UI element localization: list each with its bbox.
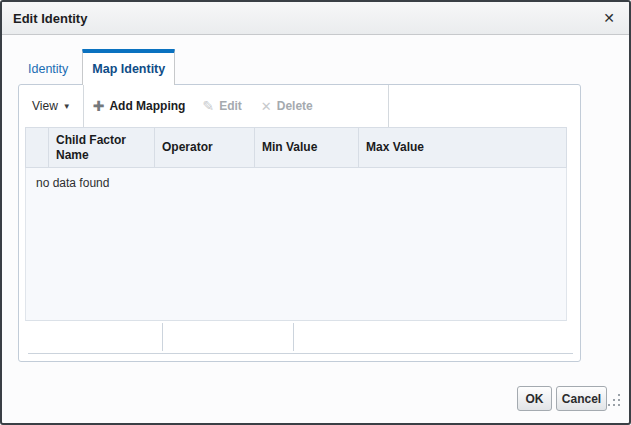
cancel-button[interactable]: Cancel (556, 386, 607, 411)
tab-map-identity[interactable]: Map Identity (82, 49, 175, 85)
column-header-max-value[interactable]: Max Value (358, 128, 566, 167)
tab-map-identity-label: Map Identity (92, 62, 165, 76)
delete-label: Delete (277, 99, 313, 113)
column-header-min-value[interactable]: Min Value (254, 128, 358, 167)
ok-button[interactable]: OK (517, 386, 552, 411)
table-toolbar: View ▼ ✚ Add Mapping ✎ Edit ✕ Delete (19, 85, 580, 127)
plus-icon: ✚ (93, 98, 105, 114)
empty-table-message: no data found (26, 168, 566, 190)
dialog-titlebar: Edit Identity ✕ (2, 2, 629, 35)
tab-strip: Identity Map Identity (14, 49, 175, 85)
footer-column-divider (293, 323, 294, 351)
close-icon[interactable]: ✕ (599, 8, 619, 28)
view-menu-button[interactable]: View ▼ (25, 99, 83, 113)
resize-grip-icon[interactable] (608, 394, 610, 396)
delete-button[interactable]: ✕ Delete (261, 99, 313, 114)
edit-label: Edit (219, 99, 242, 113)
column-header-operator[interactable]: Operator (154, 128, 254, 167)
footer-divider-line (28, 353, 573, 354)
pencil-icon: ✎ (202, 98, 214, 114)
footer-column-divider (162, 323, 163, 351)
edit-button[interactable]: ✎ Edit (202, 98, 241, 114)
column-header-child-factor-name[interactable]: Child Factor Name (48, 128, 154, 167)
view-menu-label: View (32, 99, 58, 113)
table-header-row: Child Factor Name Operator Min Value Max… (25, 127, 567, 168)
toolbar-separator (83, 85, 84, 127)
add-mapping-button[interactable]: ✚ Add Mapping (93, 98, 186, 114)
chevron-down-icon: ▼ (63, 102, 71, 111)
table-body[interactable]: no data found (25, 168, 567, 321)
add-mapping-label: Add Mapping (109, 99, 185, 113)
dialog-title: Edit Identity (13, 11, 87, 26)
tab-identity-label: Identity (28, 62, 68, 76)
delete-x-icon: ✕ (261, 99, 272, 114)
edit-identity-dialog: Edit Identity ✕ Identity Map Identity Vi… (0, 0, 631, 425)
toolbar-separator (388, 85, 389, 127)
map-identity-panel: View ▼ ✚ Add Mapping ✎ Edit ✕ Delete Chi… (18, 84, 581, 362)
tab-identity[interactable]: Identity (14, 49, 82, 85)
column-header-rowheader (26, 128, 48, 167)
